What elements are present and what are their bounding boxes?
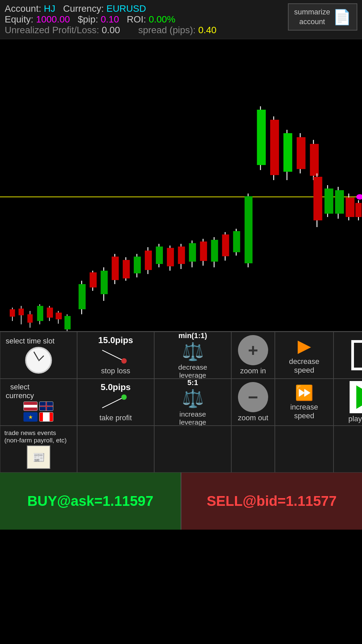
controls-grid: select time slot 15.0pips stop loss min(… — [0, 331, 362, 473]
select-time-slot-button[interactable]: select time slot — [0, 332, 77, 379]
svg-rect-58 — [313, 177, 322, 220]
account-label: Account: — [5, 3, 41, 14]
clock-icon — [25, 347, 52, 374]
account-line: Account: HJ Currency: EURUSD — [5, 3, 288, 14]
svg-rect-34 — [178, 247, 185, 264]
increase-speed-label: increase speed — [290, 403, 318, 420]
roi-value: 0.00% — [149, 14, 175, 24]
spread-value: 0.40 — [198, 25, 217, 35]
decrease-speed-cell[interactable]: ▶ decrease speed — [275, 332, 334, 379]
summarize-icon: 📄 — [333, 8, 351, 26]
svg-rect-30 — [156, 247, 163, 264]
account-name: HJ — [44, 3, 55, 14]
zoom-out-button[interactable]: − — [238, 382, 268, 412]
chart-area[interactable] — [0, 39, 362, 331]
svg-rect-4 — [18, 309, 24, 315]
take-profit-icon — [99, 394, 132, 412]
empty-cell-2 — [154, 426, 231, 473]
svg-rect-16 — [78, 284, 85, 309]
zoom-in-icon: + — [248, 340, 258, 360]
svg-rect-46 — [245, 196, 253, 263]
svg-rect-0 — [0, 39, 362, 331]
currency-value: EURUSD — [106, 3, 146, 14]
empty-cell-1 — [77, 426, 154, 473]
equity-label: Equity: — [5, 14, 34, 24]
svg-rect-18 — [89, 272, 97, 287]
svg-point-68 — [121, 358, 127, 364]
pip-label: $pip: — [78, 14, 98, 24]
decrease-leverage-label: min(1:1) — [178, 331, 207, 340]
take-profit-cell[interactable]: 5.0pips take profit — [77, 379, 154, 426]
zoom-out-icon: − — [248, 387, 258, 407]
svg-rect-32 — [167, 248, 174, 266]
play-pause-button[interactable] — [350, 381, 362, 413]
decrease-speed-label: decrease speed — [289, 357, 319, 375]
play-icon — [356, 385, 362, 409]
sell-label: SELL@bid=1.11577 — [207, 493, 337, 509]
svg-rect-28 — [145, 251, 152, 270]
play-pause-label: play/pause — [348, 415, 362, 423]
take-profit-pips: 5.0pips — [101, 382, 131, 392]
select-currency-label: selectcurrency — [2, 383, 34, 400]
svg-rect-52 — [284, 133, 292, 172]
decrease-leverage-cell[interactable]: min(1:1) ⚖️ decrease leverage — [154, 332, 231, 379]
increase-leverage-cell[interactable]: 5:1 ⚖️ increase leverage — [154, 379, 231, 426]
empty-cell-3 — [231, 426, 275, 473]
uk-flag — [39, 401, 53, 411]
zoom-out-label: zoom out — [238, 414, 268, 422]
svg-rect-56 — [310, 144, 319, 176]
svg-line-69 — [102, 397, 124, 408]
stop-button-cell[interactable] — [334, 332, 362, 379]
svg-rect-10 — [47, 308, 53, 318]
svg-point-70 — [121, 394, 127, 400]
svg-rect-60 — [324, 189, 333, 214]
svg-rect-36 — [189, 243, 196, 262]
currency-flags: ★ — [23, 401, 54, 422]
svg-rect-40 — [211, 240, 218, 262]
play-pause-cell[interactable]: play/pause — [334, 379, 362, 426]
svg-rect-64 — [346, 198, 354, 217]
header: Account: HJ Currency: EURUSD Equity: 100… — [0, 0, 362, 39]
increase-speed-icon: ⏩ — [295, 384, 313, 401]
svg-rect-14 — [64, 316, 70, 329]
svg-rect-2 — [10, 309, 15, 317]
unrealized-label: Unrealized Profit/Loss: — [5, 25, 99, 35]
stop-loss-pips: 15.0pips — [98, 335, 133, 345]
trade-news-cell[interactable]: trade news events(non-farm payroll, etc)… — [0, 426, 77, 473]
decrease-speed-icon: ▶ — [298, 336, 311, 356]
select-currency-cell[interactable]: selectcurrency ★ — [0, 379, 77, 426]
sell-button[interactable]: SELL@bid=1.11577 — [181, 473, 362, 530]
zoom-in-cell[interactable]: + zoom in — [231, 332, 275, 379]
equity-line: Equity: 1000.00 $pip: 0.10 ROI: 0.00% — [5, 14, 288, 25]
increase-leverage-sub: increase leverage — [179, 410, 206, 426]
svg-rect-54 — [297, 137, 305, 169]
stop-loss-cell[interactable]: 15.0pips stop loss — [77, 332, 154, 379]
buy-button[interactable]: BUY@ask=1.11597 — [0, 473, 181, 530]
svg-rect-24 — [123, 260, 130, 278]
stop-loss-icon — [99, 347, 132, 365]
svg-rect-50 — [270, 120, 279, 175]
select-time-slot-label: select time slot — [2, 337, 55, 345]
svg-rect-22 — [112, 257, 119, 280]
pip-value: 0.10 — [101, 14, 119, 24]
svg-rect-62 — [335, 190, 344, 214]
increase-leverage-label: 5:1 — [187, 378, 198, 387]
stop-button[interactable] — [351, 340, 362, 370]
us-flag — [23, 401, 38, 411]
unrealized-line: Unrealized Profit/Loss: 0.00 spread (pip… — [5, 25, 288, 36]
unrealized-value: 0.00 — [102, 25, 120, 35]
buy-label: BUY@ask=1.11597 — [27, 493, 153, 509]
svg-rect-20 — [101, 271, 108, 294]
header-info: Account: HJ Currency: EURUSD Equity: 100… — [5, 3, 288, 36]
increase-speed-cell[interactable]: ⏩ increase speed — [275, 379, 334, 426]
svg-line-67 — [102, 350, 124, 361]
zoom-in-button[interactable]: + — [238, 335, 268, 365]
svg-rect-42 — [222, 234, 229, 256]
roi-label: ROI: — [127, 14, 146, 24]
svg-rect-38 — [200, 241, 207, 261]
svg-rect-48 — [257, 110, 266, 165]
stop-loss-label: stop loss — [101, 367, 130, 375]
summarize-account-button[interactable]: summarizeaccount 📄 — [288, 3, 357, 31]
zoom-out-cell[interactable]: − zoom out — [231, 379, 275, 426]
balance-scale-decrease-icon: ⚖️ — [182, 341, 204, 362]
